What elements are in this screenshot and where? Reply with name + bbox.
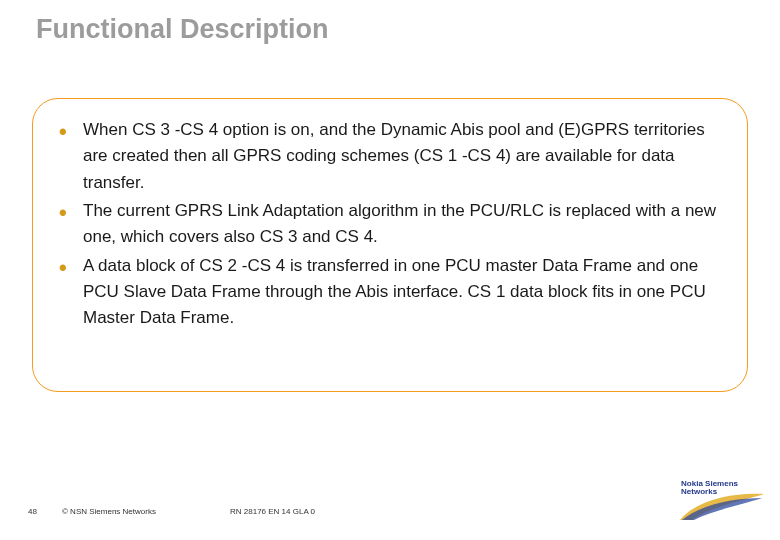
content-box: When CS 3 -CS 4 option is on, and the Dy…: [32, 98, 748, 392]
slide: Functional Description When CS 3 -CS 4 o…: [0, 0, 780, 540]
swoosh-icon: [678, 490, 766, 522]
bullet-item: The current GPRS Link Adaptation algorit…: [59, 198, 721, 251]
footer: 48 © NSN Siemens Networks RN 28176 EN 14…: [0, 486, 780, 516]
reference-code: RN 28176 EN 14 GLA 0: [230, 507, 315, 516]
page-number: 48: [28, 507, 37, 516]
bullet-item: A data block of CS 2 -CS 4 is transferre…: [59, 253, 721, 332]
slide-title: Functional Description: [36, 14, 329, 45]
brand-logo: Nokia Siemens Networks: [676, 478, 766, 522]
bullet-list: When CS 3 -CS 4 option is on, and the Dy…: [59, 117, 721, 332]
copyright-text: © NSN Siemens Networks: [62, 507, 156, 516]
bullet-item: When CS 3 -CS 4 option is on, and the Dy…: [59, 117, 721, 196]
